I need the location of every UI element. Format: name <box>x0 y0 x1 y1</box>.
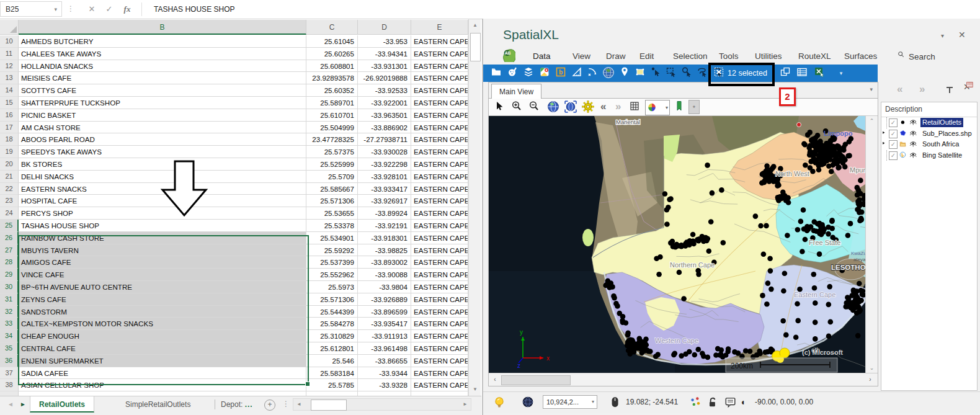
map-horizontal-scrollbar[interactable]: ‹ › <box>489 373 878 386</box>
map-scroll-right-icon[interactable]: › <box>865 375 875 385</box>
send-to-excel-icon[interactable] <box>814 66 827 80</box>
theme-picker[interactable]: ▾ <box>645 100 670 115</box>
row-number[interactable]: 24 <box>0 207 19 220</box>
cell-name[interactable]: SADIA CAFEE <box>19 367 306 380</box>
cell-latitude[interactable]: -33.918301 <box>358 232 411 244</box>
style-palette-icon[interactable] <box>507 66 520 80</box>
globe-sphere-icon[interactable] <box>522 396 534 408</box>
cell-name[interactable]: VINCE CAFE <box>19 269 306 281</box>
cell-name[interactable]: MEISIES CAFE <box>19 72 306 84</box>
cell-name[interactable]: MBUYIS TAVERN <box>19 244 306 257</box>
cell-longitude[interactable]: 25.584278 <box>306 318 358 330</box>
sheet-vertical-scrollbar[interactable]: ▲ ▼ <box>468 19 481 396</box>
cell-name[interactable]: SPEEDYS TAKE AWAYS <box>19 146 306 158</box>
cell-province[interactable]: EASTERN CAPE <box>411 355 468 367</box>
layers-icon[interactable] <box>523 66 537 80</box>
sheet-tab-RetailOutlets[interactable]: RetailOutlets <box>30 396 94 413</box>
cell-longitude[interactable]: 25.504999 <box>306 122 358 134</box>
name-box[interactable]: B25▾ <box>0 1 62 17</box>
cell-province[interactable]: EASTERN CAPE <box>411 367 468 380</box>
cell-longitude[interactable]: 25.5709 <box>306 171 358 183</box>
visibility-eye-icon[interactable] <box>909 129 919 138</box>
grid-icon[interactable] <box>629 100 643 114</box>
panel-prev-icon[interactable]: « <box>897 83 902 96</box>
expand-icon[interactable] <box>882 141 888 149</box>
cell-name[interactable]: AM CASH STORE <box>19 122 306 134</box>
scatter-points-icon[interactable] <box>689 396 702 408</box>
cell-latitude[interactable]: -33.89924 <box>358 207 411 220</box>
cell-latitude[interactable]: -33.92191 <box>358 220 411 232</box>
cell-province[interactable]: EASTERN CAPE <box>411 207 468 220</box>
cell-latitude[interactable]: -33.893002 <box>358 256 411 269</box>
formula-input[interactable]: TASHAS HOUSE SHOP <box>154 0 234 19</box>
panel-next-icon[interactable]: » <box>919 83 925 96</box>
select-zoom-icon[interactable] <box>681 66 695 80</box>
cell-latitude[interactable]: -33.926917 <box>358 195 411 207</box>
cell-longitude[interactable]: 25.60352 <box>306 84 358 97</box>
cell-province[interactable]: EASTERN CAPE <box>411 183 468 195</box>
confirm-entry-icon[interactable]: ✓ <box>101 2 117 17</box>
cell-longitude[interactable]: 25.5973 <box>306 281 358 293</box>
visibility-eye-icon[interactable] <box>909 151 919 160</box>
tabstrip-caret-icon[interactable]: ▾ <box>870 86 873 92</box>
cell-province[interactable]: EASTERN CAPE <box>411 133 468 146</box>
cell-province[interactable]: EASTERN CAPE <box>411 232 468 244</box>
zoom-out-icon[interactable] <box>528 100 542 114</box>
row-number[interactable]: 27 <box>0 244 19 257</box>
sheet-horizontal-scrollbar[interactable]: ◄ ► <box>293 398 471 411</box>
row-number[interactable]: 11 <box>0 48 19 60</box>
cell-province[interactable]: EASTERN CAPE <box>411 318 468 330</box>
row-number[interactable]: 20 <box>0 158 19 171</box>
next-view-icon[interactable]: » <box>615 99 621 116</box>
sheet-tab-SimpleRetailOutlets[interactable]: SimpleRetailOutlets <box>117 396 199 413</box>
scroll-down-icon[interactable]: ▼ <box>469 383 481 396</box>
cell-longitude[interactable]: 25.60265 <box>306 48 358 60</box>
visibility-eye-icon[interactable] <box>909 140 919 149</box>
row-number[interactable]: 17 <box>0 122 19 134</box>
tab-nav-right-icon[interactable]: ► <box>20 401 26 408</box>
cell-longitude[interactable]: 25.59292 <box>306 244 358 257</box>
name-box-caret-icon[interactable]: ▾ <box>54 2 57 17</box>
cell-longitude[interactable]: 25.5785 <box>306 379 358 391</box>
row-number[interactable]: 37 <box>0 367 19 380</box>
cell-province[interactable]: EASTERN CAPE <box>411 281 468 293</box>
cancel-entry-icon[interactable]: ✕ <box>84 2 100 17</box>
cell-latitude[interactable]: -33.86655 <box>358 355 411 367</box>
cell-province[interactable]: EASTERN CAPE <box>411 109 468 122</box>
note-icon[interactable] <box>724 396 736 408</box>
cell-latitude[interactable]: -33.886902 <box>358 122 411 134</box>
cell-longitude[interactable]: 25.53378 <box>306 220 358 232</box>
row-number[interactable]: 19 <box>0 146 19 158</box>
cell-longitude[interactable]: 25.57375 <box>306 146 358 158</box>
pane-options-caret-icon[interactable]: ▾ <box>941 32 944 39</box>
cell-name[interactable]: ABOOS PEARL ROAD <box>19 133 306 146</box>
tab-nav-left-icon[interactable]: ◄ <box>7 401 14 408</box>
zoom-in-icon[interactable] <box>511 100 525 114</box>
cell-province[interactable]: EASTERN CAPE <box>411 220 468 232</box>
menu-item-surfaces[interactable]: Surfaces <box>844 50 877 65</box>
row-number[interactable]: 36 <box>0 355 19 367</box>
cell-latitude[interactable]: -33.896599 <box>358 306 411 318</box>
menu-search[interactable]: Search <box>898 50 935 65</box>
cell-latitude[interactable]: -33.94341 <box>358 48 411 60</box>
cell-longitude[interactable]: 25.310829 <box>306 330 358 342</box>
cell-longitude[interactable]: 25.544399 <box>306 306 358 318</box>
cell-name[interactable]: CHALEES TAKE AWAYS <box>19 48 306 60</box>
cell-latitude[interactable]: -33.922001 <box>358 97 411 109</box>
map-vertical-scrollbar[interactable]: ⌃ ⌄ <box>865 116 878 373</box>
map-scroll-left-icon[interactable]: ‹ <box>490 375 500 385</box>
layer-label[interactable]: Sub_Places.shp <box>920 129 974 138</box>
cell-province[interactable]: EASTERN CAPE <box>411 293 468 306</box>
cell-province[interactable]: EASTERN CAPE <box>411 146 468 158</box>
cell-province[interactable]: EASTERN CAPE <box>411 330 468 342</box>
cell-longitude[interactable]: 25.571306 <box>306 293 358 306</box>
layer-checkbox[interactable]: ✓ <box>889 140 898 149</box>
cell-latitude[interactable]: -33.922298 <box>358 158 411 171</box>
select-rectangle-icon[interactable] <box>666 66 679 80</box>
zoom-extent-icon[interactable] <box>564 100 578 114</box>
cell-longitude[interactable]: 25.525999 <box>306 158 358 171</box>
layer-row-RetailOutlets[interactable]: ✓RetailOutlets <box>881 117 977 128</box>
measure-ruler-icon[interactable] <box>571 66 585 80</box>
cell-longitude[interactable]: 25.608801 <box>306 60 358 73</box>
cell-name[interactable]: HOLLANDIA SNACKS <box>19 60 306 73</box>
